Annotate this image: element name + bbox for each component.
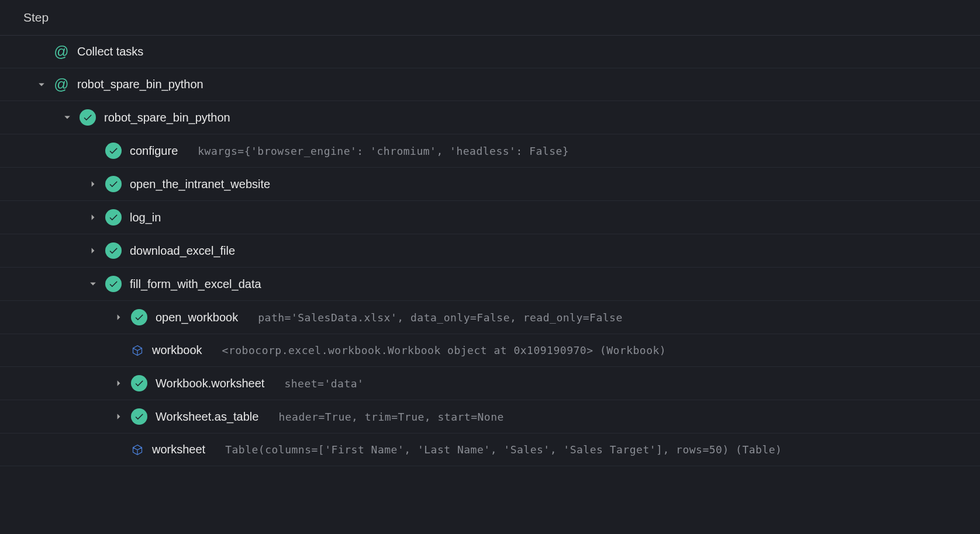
log-tree: @Collect tasks@robot_spare_bin_pythonrob… bbox=[0, 36, 980, 466]
variable-cube-icon bbox=[131, 443, 144, 456]
step-args: <robocorp.excel.workbook.Workbook object… bbox=[222, 344, 667, 356]
log-row[interactable]: workbook<robocorp.excel.workbook.Workboo… bbox=[0, 334, 980, 367]
log-row[interactable]: Workbook.worksheetsheet='data' bbox=[0, 367, 980, 400]
expand-icon[interactable] bbox=[89, 180, 97, 188]
log-row[interactable]: log_in bbox=[0, 201, 980, 234]
success-check-icon bbox=[131, 375, 147, 391]
variable-cube-icon bbox=[131, 344, 144, 357]
collapse-icon[interactable] bbox=[89, 280, 97, 288]
step-args: header=True, trim=True, start=None bbox=[278, 411, 503, 423]
success-check-icon bbox=[80, 109, 96, 126]
success-check-icon bbox=[131, 408, 147, 425]
step-name: download_excel_file bbox=[130, 244, 235, 258]
expand-icon[interactable] bbox=[115, 412, 123, 421]
collapse-icon[interactable] bbox=[63, 113, 71, 122]
success-check-icon bbox=[131, 309, 147, 325]
step-name: robot_spare_bin_python bbox=[104, 111, 230, 124]
step-args: Table(columns=['First Name', 'Last Name'… bbox=[225, 443, 782, 456]
step-name: open_workbook bbox=[156, 311, 238, 324]
step-args: sheet='data' bbox=[284, 377, 364, 390]
step-name: worksheet bbox=[152, 443, 205, 456]
success-check-icon bbox=[105, 242, 122, 259]
log-row[interactable]: robot_spare_bin_python bbox=[0, 101, 980, 134]
log-row[interactable]: open_the_intranet_website bbox=[0, 168, 980, 201]
success-check-icon bbox=[105, 143, 122, 159]
log-row[interactable]: worksheetTable(columns=['First Name', 'L… bbox=[0, 434, 980, 466]
expand-icon[interactable] bbox=[89, 213, 97, 221]
step-name: configure bbox=[130, 144, 178, 158]
expand-icon[interactable] bbox=[89, 247, 97, 255]
at-icon: @ bbox=[54, 44, 69, 60]
at-icon: @ bbox=[54, 77, 69, 92]
success-check-icon bbox=[105, 176, 122, 192]
step-name: Workbook.worksheet bbox=[156, 377, 264, 390]
step-name: log_in bbox=[130, 211, 161, 224]
expand-icon[interactable] bbox=[115, 313, 123, 321]
log-row[interactable]: open_workbookpath='SalesData.xlsx', data… bbox=[0, 301, 980, 334]
column-header-label: Step bbox=[23, 11, 49, 24]
log-row[interactable]: download_excel_file bbox=[0, 234, 980, 268]
step-name: robot_spare_bin_python bbox=[77, 78, 203, 91]
success-check-icon bbox=[105, 276, 122, 292]
step-name: open_the_intranet_website bbox=[130, 178, 270, 191]
step-name: fill_form_with_excel_data bbox=[130, 278, 261, 291]
step-name: Worksheet.as_table bbox=[156, 410, 258, 424]
log-row[interactable]: @robot_spare_bin_python bbox=[0, 68, 980, 101]
log-row[interactable]: Worksheet.as_tableheader=True, trim=True… bbox=[0, 400, 980, 434]
expand-icon[interactable] bbox=[115, 379, 123, 387]
log-row[interactable]: @Collect tasks bbox=[0, 36, 980, 68]
success-check-icon bbox=[105, 209, 122, 226]
log-row[interactable]: fill_form_with_excel_data bbox=[0, 268, 980, 301]
step-name: workbook bbox=[152, 344, 202, 357]
log-row[interactable]: configurekwargs={'browser_engine': 'chro… bbox=[0, 134, 980, 168]
collapse-icon[interactable] bbox=[37, 81, 46, 89]
column-header: Step bbox=[0, 0, 980, 36]
step-args: kwargs={'browser_engine': 'chromium', 'h… bbox=[198, 145, 569, 157]
step-name: Collect tasks bbox=[77, 45, 143, 58]
step-args: path='SalesData.xlsx', data_only=False, … bbox=[258, 311, 623, 324]
